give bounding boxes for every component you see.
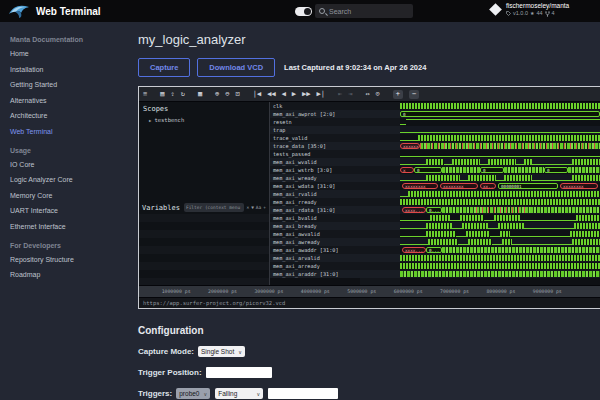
trigger-signal-select[interactable]: probe0∨ <box>176 388 210 399</box>
goto-start-icon[interactable]: |◀ <box>253 91 261 98</box>
sidebar-item-io-core[interactable]: IO Core <box>10 161 130 168</box>
signal-wave[interactable] <box>400 222 600 230</box>
scope-item-testbench[interactable]: ▶testbench <box>149 117 265 123</box>
theme-toggle[interactable] <box>295 7 312 16</box>
signal-name[interactable]: mem_axi_awvalid <box>270 230 360 238</box>
signal-wave[interactable]: xxxxxxxxxxxxxxxxxx...00000001xxxxxxxx <box>400 182 600 190</box>
signal-wave[interactable] <box>400 198 600 206</box>
search-input[interactable] <box>329 8 399 15</box>
filter-funnel-icon[interactable]: ▼ <box>251 205 254 210</box>
step-backward-icon[interactable]: ◀ <box>282 91 286 98</box>
fast-backward-icon[interactable]: ◀◀ <box>267 91 275 98</box>
sidebar-item-getting-started[interactable]: Getting Started <box>10 81 130 88</box>
chevron-down-icon: ∨ <box>256 391 260 397</box>
signal-name[interactable]: mem_axi_arready <box>270 262 360 270</box>
signal-wave[interactable] <box>400 174 600 182</box>
menu-icon[interactable]: ≡ <box>143 91 147 98</box>
add-signal-icon[interactable]: + <box>393 90 403 99</box>
sidebar-item-roadmap[interactable]: Roadmap <box>10 271 130 278</box>
sidebar-item-ethernet-interface[interactable]: Ethernet Interface <box>10 223 130 230</box>
sidebar-item-repository-structure[interactable]: Repository Structure <box>10 256 130 263</box>
sidebar-item-installation[interactable]: Installation <box>10 66 130 73</box>
prev-edge-icon[interactable]: ⇤ <box>338 91 342 98</box>
signal-wave[interactable] <box>400 158 600 166</box>
signal-wave[interactable] <box>400 214 600 222</box>
signal-name[interactable]: mem_axi_wvalid <box>270 158 360 166</box>
sidebar-item-memory-core[interactable]: Memory Core <box>10 192 130 199</box>
signal-wave[interactable] <box>400 262 600 270</box>
signal-name[interactable]: clk <box>270 102 360 110</box>
case-sensitive-icon[interactable]: Aa <box>256 205 261 210</box>
signal-name[interactable]: mem_axi_bready <box>270 222 360 230</box>
trigger-edge-select[interactable]: Falling∨ <box>215 388 263 399</box>
signal-wave[interactable]: xxxx...0... <box>400 206 600 214</box>
timeline[interactable]: 1000000 ps2000000 ps3000000 ps4000000 ps… <box>139 285 600 297</box>
signal-wave[interactable] <box>400 126 600 134</box>
open-file-icon[interactable]: ▤ <box>160 91 164 98</box>
waveform-area[interactable]: 0xxxxxxxx...x000xxxxxxxxxxxxxxxxxx...000… <box>400 102 600 285</box>
signal-name[interactable]: resetn <box>270 118 360 126</box>
signal-wave[interactable] <box>400 190 600 198</box>
signal-name[interactable]: mem_axi_awready <box>270 238 360 246</box>
signal-wave[interactable] <box>400 230 600 238</box>
signal-name[interactable]: mem_axi_rdata [31:0] <box>270 206 360 214</box>
sidebar-item-home[interactable]: Home <box>10 50 130 57</box>
signal-wave[interactable] <box>400 102 600 110</box>
sidebar-item-alternatives[interactable]: Alternatives <box>10 97 130 104</box>
next-edge-icon[interactable]: ⇥ <box>348 91 352 98</box>
trigger-position-input[interactable] <box>206 367 272 378</box>
fast-forward-icon[interactable]: ▶▶ <box>302 91 310 98</box>
zoom-fit-icon[interactable]: ⊡ <box>236 91 240 98</box>
signal-wave[interactable] <box>400 150 600 158</box>
signal-wave[interactable] <box>400 238 600 246</box>
time-icon[interactable]: ⊙ <box>376 91 380 98</box>
capture-mode-select[interactable]: Single Shot∨ <box>198 346 245 357</box>
signal-name[interactable]: trace_valid <box>270 134 360 142</box>
sidebar-item-architecture[interactable]: Architecture <box>10 112 130 119</box>
signal-wave[interactable] <box>400 270 600 278</box>
search-box[interactable] <box>315 4 413 18</box>
step-forward-icon[interactable]: ▶ <box>292 91 296 98</box>
signal-name[interactable]: mem_axi_wstrb [3:0] <box>270 166 360 174</box>
signal-wave[interactable] <box>400 254 600 262</box>
sidebar-item-uart-interface[interactable]: UART Interface <box>10 207 130 214</box>
top-header: Web Terminal fischermoseley/manta v1.0.0… <box>0 0 600 22</box>
goto-end-icon[interactable]: ▶| <box>317 91 325 98</box>
signal-name[interactable]: mem_axi_rready <box>270 198 360 206</box>
cursor-icon[interactable]: ↔ <box>365 91 369 98</box>
add-filter-icon[interactable]: + <box>263 205 266 210</box>
clear-filter-icon[interactable]: × <box>246 205 249 210</box>
variables-list[interactable] <box>139 214 269 285</box>
signal-name[interactable]: mem_axi_bvalid <box>270 214 360 222</box>
zoom-in-icon[interactable]: ⊕ <box>215 91 219 98</box>
signal-name[interactable]: mem_axi_wready <box>270 174 360 182</box>
reload-icon[interactable]: ↻ <box>181 91 185 98</box>
signal-name[interactable]: mem_axi_wdata [31:0] <box>270 182 360 190</box>
signal-wave[interactable] <box>400 134 600 142</box>
wave-segment: xxxxxxxx... <box>400 143 420 149</box>
signal-wave[interactable] <box>400 118 600 126</box>
sidebar-item-logic-analyzer-core[interactable]: Logic Analyzer Core <box>10 176 130 183</box>
signal-name[interactable]: mem_axi_awprot [2:0] <box>270 110 360 118</box>
signal-name[interactable]: trap <box>270 126 360 134</box>
open-url-icon[interactable]: ⇪ <box>170 91 174 98</box>
signal-wave[interactable]: xxxx...0... <box>400 246 600 254</box>
signal-name[interactable]: mem_axi_arvalid <box>270 254 360 262</box>
signal-wave[interactable]: 0 <box>400 110 600 118</box>
signal-name[interactable]: tests_passed <box>270 150 360 158</box>
trigger-value-input[interactable] <box>268 388 338 399</box>
signal-wave[interactable]: x000 <box>400 166 600 174</box>
sidebar-item-web-terminal[interactable]: Web Terminal <box>10 128 130 135</box>
signal-name[interactable]: mem_axi_rvalid <box>270 190 360 198</box>
signal-name[interactable]: mem_axi_araddr [31:0] <box>270 270 360 278</box>
repo-link[interactable]: fischermoseley/manta v1.0.0 ★ 44 4 <box>488 2 569 17</box>
download-vcd-button[interactable]: Download VCD <box>197 58 275 77</box>
capture-button[interactable]: Capture <box>138 58 190 77</box>
signal-name[interactable]: trace_data [35:0] <box>270 142 360 150</box>
copy-icon[interactable]: ▦ <box>198 91 202 98</box>
signal-wave[interactable]: xxxxxxxx... <box>400 142 600 150</box>
variables-filter-input[interactable] <box>184 203 244 212</box>
zoom-out-icon[interactable]: ⊖ <box>225 91 229 98</box>
remove-signal-icon[interactable]: − <box>409 90 419 99</box>
signal-name[interactable]: mem_axi_awaddr [31:0] <box>270 246 360 254</box>
